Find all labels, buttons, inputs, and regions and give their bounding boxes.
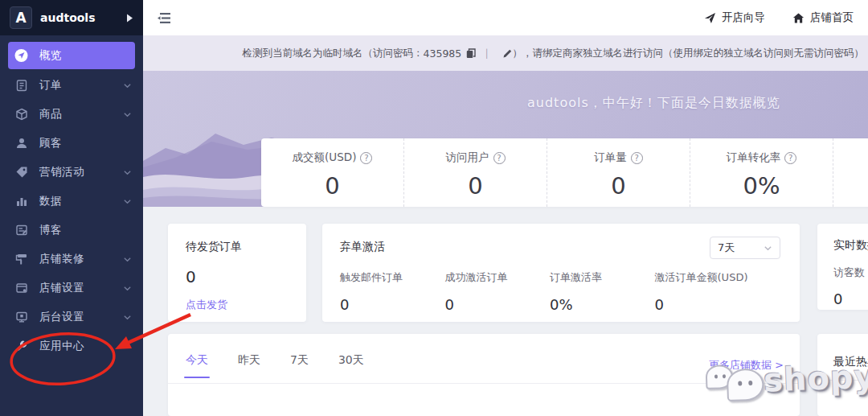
metric-value: 0 xyxy=(340,296,445,313)
card-title: 弃单激活 xyxy=(340,237,710,254)
sidebar-item-store-settings[interactable]: 店铺设置 xyxy=(0,274,143,303)
pending-count: 0 xyxy=(186,267,289,286)
store-wizard-link[interactable]: 开店向导 xyxy=(704,10,765,25)
tab-7days[interactable]: 7天 xyxy=(290,353,309,378)
metric-activated-orders: 成功激活订单 0 xyxy=(445,270,551,313)
stat-label: 订单量 xyxy=(594,150,627,165)
sidebar-item-label: 营销活动 xyxy=(39,165,123,179)
metric-label: 成功激活订单 xyxy=(445,270,551,285)
divider xyxy=(829,380,868,381)
range-selected-value: 7天 xyxy=(718,241,764,255)
metric-activated-amount: 激活订单金额(USD) 0 xyxy=(655,270,782,313)
sidebar-item-admin-settings[interactable]: 后台设置 xyxy=(0,303,143,332)
metric-value: 0 xyxy=(655,296,782,313)
store-home-label: 店铺首页 xyxy=(810,10,854,25)
products-icon xyxy=(14,108,28,122)
card-title: 待发货订单 xyxy=(186,240,289,254)
more-store-data-link[interactable]: 更多店铺数据 > xyxy=(709,358,784,373)
visitors-label: 访客数 xyxy=(833,266,868,280)
data-icon xyxy=(14,195,28,208)
chevron-down-icon xyxy=(123,197,132,206)
stat-value: 0% xyxy=(690,172,833,200)
stat-label: 成交额(USD) xyxy=(293,150,357,165)
help-icon[interactable] xyxy=(360,152,372,164)
sidebar-item-app-center[interactable]: 应用中心 xyxy=(0,332,143,360)
ship-now-link[interactable]: 点击发货 xyxy=(186,298,289,312)
home-icon xyxy=(792,12,805,24)
app-name: audtools xyxy=(40,11,126,24)
notice-prefix: 检测到当前域名为临时域名（访问密码： xyxy=(243,47,424,60)
decorate-icon xyxy=(14,253,28,266)
paper-plane-icon xyxy=(704,12,716,24)
hot-selling-card: 最近热卖 xyxy=(817,334,868,416)
realtime-data-card: 实时数据 访客数 0 xyxy=(817,224,868,310)
help-icon[interactable] xyxy=(784,152,796,164)
access-password: 435985 xyxy=(424,47,462,60)
stat-value: 0 xyxy=(404,172,547,200)
chevron-down-icon xyxy=(123,110,132,119)
tab-30days[interactable]: 30天 xyxy=(338,353,364,378)
stat-value: 0 xyxy=(547,172,690,200)
date-range-select[interactable]: 7天 xyxy=(710,237,780,259)
overview-icon xyxy=(14,49,28,63)
metric-activation-rate: 订单激活率 0% xyxy=(550,270,655,313)
copy-icon[interactable] xyxy=(466,48,476,59)
notice-suffix: ），请绑定商家独立域名进行访问（使用绑定的独立域名访问则无需访问密码） xyxy=(513,47,865,60)
sidebar-item-blog[interactable]: 博客 xyxy=(0,216,143,245)
sidebar-item-label: 顾客 xyxy=(39,136,132,150)
tab-today[interactable]: 今天 xyxy=(186,353,208,378)
sidebar: A audtools 概览 订单 商品 xyxy=(0,0,143,416)
metric-label: 激活订单金额(USD) xyxy=(655,270,782,285)
metric-label: 触发邮件订单 xyxy=(340,270,445,285)
sidebar-item-overview[interactable]: 概览 xyxy=(8,42,135,69)
card-title: 最近热卖 xyxy=(833,355,868,369)
sidebar-item-label: 博客 xyxy=(39,223,132,237)
blog-icon xyxy=(14,224,28,237)
visitors-value: 0 xyxy=(833,290,868,307)
stat-conversion: 订单转化率 0% xyxy=(690,138,833,207)
hamburger-menu-icon[interactable] xyxy=(158,12,171,24)
admin-settings-icon xyxy=(14,311,28,324)
help-icon[interactable] xyxy=(493,152,506,164)
chevron-down-icon xyxy=(123,255,132,264)
sidebar-menu: 概览 订单 商品 顾客 营销活动 xyxy=(0,42,143,360)
sidebar-item-label: 应用中心 xyxy=(39,339,132,353)
chevron-down-icon xyxy=(123,81,132,90)
chevron-down-icon xyxy=(764,244,772,253)
abandoned-order-card: 弃单激活 7天 触发邮件订单 0 成功激活订单 0 订单激活率 0% 激活订单金… xyxy=(322,224,800,322)
chevron-down-icon xyxy=(123,313,132,322)
stat-gmv: 成交额(USD) 0 xyxy=(261,138,404,207)
metric-triggered-emails: 触发邮件订单 0 xyxy=(340,270,445,313)
sidebar-item-label: 概览 xyxy=(39,48,129,63)
metric-value: 0% xyxy=(550,296,655,313)
stat-label: 订单转化率 xyxy=(727,150,781,165)
expand-arrow-icon[interactable] xyxy=(126,14,133,23)
store-data-tabs-card: 今天 昨天 7天 30天 更多店铺数据 > xyxy=(168,334,800,416)
sidebar-item-products[interactable]: 商品 xyxy=(0,100,143,129)
store-home-link[interactable]: 店铺首页 xyxy=(792,10,854,25)
sidebar-item-customers[interactable]: 顾客 xyxy=(0,129,143,158)
logo-letter: A xyxy=(15,10,26,26)
sidebar-item-orders[interactable]: 订单 xyxy=(0,71,143,100)
domain-notice-bar: 检测到当前域名为临时域名（访问密码： 435985 ｜ ），请绑定商家独立域名进… xyxy=(143,35,868,71)
metric-value: 0 xyxy=(445,296,551,313)
tab-yesterday[interactable]: 昨天 xyxy=(238,353,260,378)
store-wizard-label: 开店向导 xyxy=(722,10,765,25)
pending-shipment-card: 待发货订单 0 点击发货 xyxy=(168,224,306,322)
pencil-icon[interactable] xyxy=(502,48,513,59)
stat-visitors: 访问用户 0 xyxy=(404,138,547,207)
sidebar-item-label: 商品 xyxy=(39,107,123,122)
sidebar-item-label: 后台设置 xyxy=(39,310,123,324)
customers-icon xyxy=(14,137,28,150)
sidebar-item-store-decorate[interactable]: 店铺装修 xyxy=(0,245,143,274)
sidebar-item-marketing[interactable]: 营销活动 xyxy=(0,158,143,187)
help-icon[interactable] xyxy=(631,152,643,164)
marketing-icon xyxy=(14,166,28,179)
metric-label: 订单激活率 xyxy=(550,270,655,285)
stat-label: 访问用户 xyxy=(446,150,489,165)
app-center-icon xyxy=(14,340,28,353)
topbar: 开店向导 店铺首页 xyxy=(143,0,868,35)
sidebar-item-data[interactable]: 数据 xyxy=(0,187,143,216)
notice-separator: ｜ xyxy=(481,47,491,60)
stat-orders: 订单量 0 xyxy=(547,138,690,207)
